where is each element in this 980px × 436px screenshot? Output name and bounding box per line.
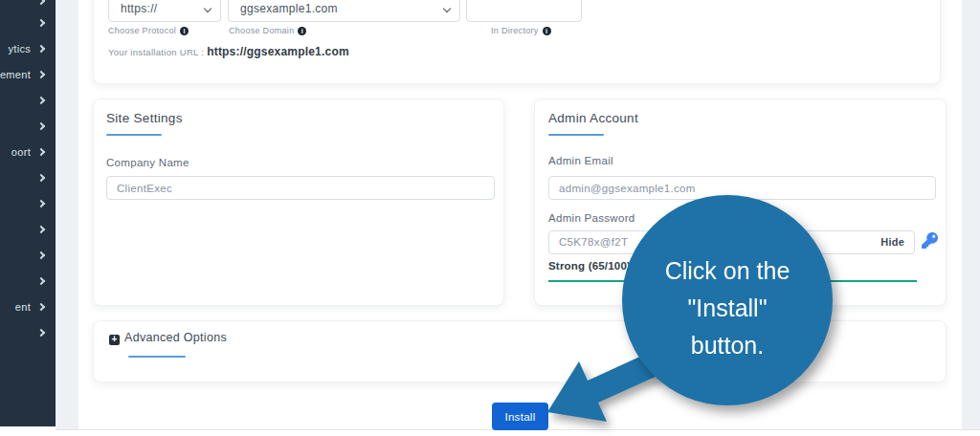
sidebar-item-support[interactable]: oort xyxy=(0,145,56,161)
sidebar-item[interactable] xyxy=(0,197,56,212)
chevron-down-icon xyxy=(204,5,212,12)
install-form-panel: https:// ggsexample1.com Choose Protocol… xyxy=(78,0,962,430)
directory-input[interactable] xyxy=(466,0,582,22)
expand-plus-icon[interactable]: + xyxy=(109,335,120,345)
info-icon[interactable]: i xyxy=(543,27,551,35)
installation-url: Your installation URL : https://ggsexamp… xyxy=(108,45,349,58)
company-name-input[interactable] xyxy=(106,176,495,200)
installer-page: ytics ement oort ent https:// ggsexample… xyxy=(0,0,980,436)
sidebar-item-analytics[interactable]: ytics xyxy=(0,42,56,57)
sidebar-item[interactable] xyxy=(0,274,56,290)
protocol-label: Choose Protocol i xyxy=(108,26,189,35)
domain-label: Choose Domain i xyxy=(229,26,306,35)
password-strength-label: Strong (65/100) xyxy=(548,260,631,272)
generate-password-key-icon[interactable] xyxy=(922,232,938,249)
main-content: https:// ggsexample1.com Choose Protocol… xyxy=(56,0,980,436)
advanced-options-title[interactable]: Advanced Options xyxy=(124,331,227,344)
callout-text: Click on the "Install" button. xyxy=(665,252,791,364)
installation-url-card: https:// ggsexample1.com Choose Protocol… xyxy=(93,0,941,84)
footer-area xyxy=(56,430,980,436)
admin-email-label: Admin Email xyxy=(548,155,613,166)
sidebar-item[interactable] xyxy=(0,223,56,238)
chevron-right-icon xyxy=(37,148,45,156)
sidebar-item[interactable] xyxy=(0,120,56,135)
protocol-select[interactable]: https:// xyxy=(108,0,221,22)
title-underline xyxy=(106,134,162,136)
admin-password-label: Admin Password xyxy=(548,212,635,224)
admin-account-title: Admin Account xyxy=(548,111,638,125)
sidebar-item-management[interactable]: ement xyxy=(0,68,56,83)
chevron-down-icon xyxy=(443,5,451,12)
sidebar: ytics ement oort ent xyxy=(0,0,56,426)
chevron-right-icon xyxy=(37,226,45,233)
site-settings-card: Site Settings Company Name xyxy=(93,98,504,306)
sidebar-item[interactable] xyxy=(0,326,56,341)
company-name-label: Company Name xyxy=(106,157,189,168)
sidebar-item[interactable]: ent xyxy=(0,300,56,316)
chevron-right-icon xyxy=(37,277,45,285)
sidebar-item[interactable] xyxy=(0,249,56,264)
title-underline xyxy=(128,356,186,358)
installation-url-value: https://ggsexample1.com xyxy=(207,45,349,58)
chevron-right-icon xyxy=(37,45,45,53)
chevron-right-icon xyxy=(37,0,45,5)
chevron-right-icon xyxy=(37,19,45,27)
info-icon[interactable]: i xyxy=(298,27,306,35)
chevron-right-icon xyxy=(37,71,45,78)
title-underline xyxy=(548,134,604,136)
site-settings-title: Site Settings xyxy=(106,111,183,125)
directory-label: In Directory i xyxy=(491,26,551,35)
hide-password-link[interactable]: Hide xyxy=(880,231,904,253)
chevron-right-icon xyxy=(37,200,45,207)
domain-select[interactable]: ggsexample1.com xyxy=(228,0,460,22)
info-icon[interactable]: i xyxy=(180,27,189,35)
chevron-right-icon xyxy=(37,174,45,182)
chevron-right-icon xyxy=(37,251,45,259)
tutorial-callout-bubble: Click on the "Install" button. xyxy=(622,195,833,405)
sidebar-item[interactable] xyxy=(0,94,56,109)
chevron-right-icon xyxy=(37,329,45,337)
sidebar-item[interactable] xyxy=(0,16,56,32)
chevron-right-icon xyxy=(37,303,45,311)
chevron-right-icon xyxy=(37,97,45,104)
sidebar-item[interactable] xyxy=(0,0,56,10)
chevron-right-icon xyxy=(37,122,45,130)
sidebar-item[interactable] xyxy=(0,171,56,186)
